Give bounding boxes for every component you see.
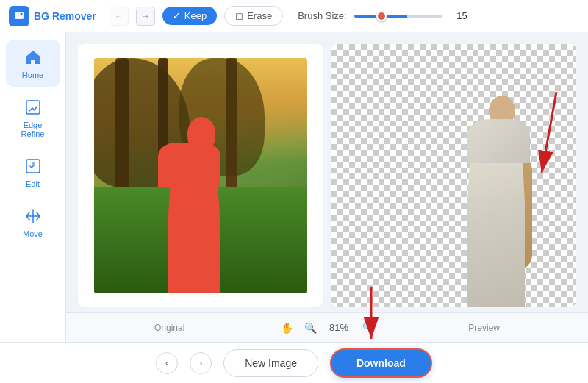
toolbar: BG Remover ← → ✓ Keep ◻ Erase Brush Size…: [0, 0, 588, 32]
zoom-level: 81%: [326, 322, 352, 333]
preview-panel: [331, 44, 576, 307]
sidebar-item-edge-refine[interactable]: Edge Refine: [6, 90, 60, 146]
new-image-label: New Image: [245, 357, 297, 369]
svg-point-4: [32, 162, 35, 165]
download-button[interactable]: Download: [330, 348, 432, 378]
zoom-controls: ✋ 🔍 81% 🔍: [279, 320, 376, 336]
keep-check-icon: ✓: [173, 10, 181, 21]
brush-size-label: Brush Size:: [298, 10, 346, 21]
keep-button[interactable]: ✓ Keep: [162, 7, 217, 25]
original-image: [94, 58, 307, 293]
download-label: Download: [356, 357, 406, 369]
move-icon: [23, 206, 43, 226]
hand-tool-button[interactable]: ✋: [279, 320, 295, 336]
keep-label: Keep: [184, 10, 207, 21]
app-title: BG Remover: [34, 10, 96, 22]
edit-icon: [23, 156, 43, 176]
erase-icon: ◻: [235, 10, 243, 21]
extracted-person: [426, 44, 536, 307]
undo-button[interactable]: ←: [110, 7, 129, 26]
erase-label: Erase: [247, 10, 272, 21]
app-logo: BG Remover: [9, 6, 96, 26]
original-panel: [78, 44, 323, 307]
edge-refine-icon: [23, 97, 43, 118]
new-image-button[interactable]: New Image: [223, 349, 318, 377]
sidebar-item-home[interactable]: Home: [6, 40, 60, 87]
bottom-bar: Original ✋ 🔍 81% 🔍 Preview: [66, 312, 588, 342]
original-image-container[interactable]: [78, 44, 323, 307]
main-area: Home Edge Refine Edit: [0, 32, 588, 342]
redo-button[interactable]: →: [136, 7, 155, 26]
sidebar-item-move-label: Move: [23, 229, 43, 238]
content-area: Original ✋ 🔍 81% 🔍 Preview: [66, 32, 588, 342]
sidebar-item-move[interactable]: Move: [6, 198, 60, 246]
footer-forward-button[interactable]: ›: [190, 352, 212, 374]
transparency-checker: [331, 44, 576, 307]
sidebar-item-home-label: Home: [22, 71, 43, 79]
sidebar: Home Edge Refine Edit: [0, 32, 66, 342]
svg-rect-2: [26, 101, 40, 114]
footer-back-button[interactable]: ‹: [156, 352, 178, 374]
sidebar-item-edge-refine-label: Edge Refine: [15, 121, 51, 138]
sidebar-item-edit[interactable]: Edit: [6, 148, 60, 196]
preview-label: Preview: [468, 323, 500, 333]
footer: ‹ › New Image Download: [0, 342, 588, 383]
svg-point-1: [21, 12, 23, 15]
brush-size-slider[interactable]: [354, 15, 442, 18]
zoom-out-button[interactable]: 🔍: [359, 320, 376, 336]
svg-line-6: [542, 92, 556, 173]
zoom-in-button[interactable]: 🔍: [302, 320, 318, 336]
home-icon: [23, 47, 43, 68]
logo-icon: [9, 6, 29, 26]
erase-button[interactable]: ◻ Erase: [224, 6, 283, 26]
panels: [66, 32, 588, 312]
brush-size-value: 15: [450, 10, 467, 21]
original-label: Original: [154, 323, 184, 333]
sidebar-item-edit-label: Edit: [26, 179, 40, 188]
